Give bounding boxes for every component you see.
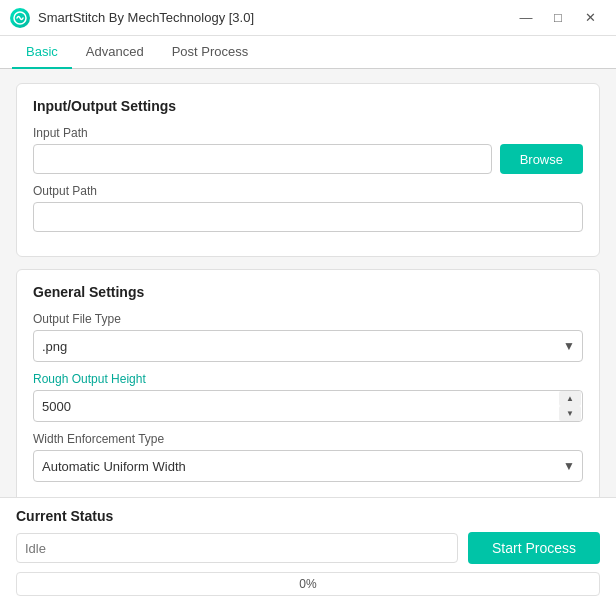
maximize-button[interactable]: □ [542, 6, 574, 30]
tab-basic[interactable]: Basic [12, 36, 72, 69]
input-output-title: Input/Output Settings [33, 98, 583, 114]
output-file-type-select[interactable]: .png .jpg .webp [33, 330, 583, 362]
title-bar: SmartStitch By MechTechnology [3.0] — □ … [0, 0, 616, 36]
rough-output-height-spinbox: ▲ ▼ [33, 390, 583, 422]
window-controls: — □ ✕ [510, 6, 606, 30]
progress-bar-container: 0% [16, 572, 600, 596]
spinbox-down-button[interactable]: ▼ [559, 406, 581, 421]
output-path-row [33, 202, 583, 232]
start-process-button[interactable]: Start Process [468, 532, 600, 564]
tab-bar: Basic Advanced Post Process [0, 36, 616, 69]
main-content: Input/Output Settings Input Path Browse … [0, 69, 616, 497]
spinbox-up-button[interactable]: ▲ [559, 391, 581, 406]
width-enforcement-group: Width Enforcement Type Automatic Uniform… [33, 432, 583, 482]
width-enforcement-wrapper: Automatic Uniform Width Manual Width No … [33, 450, 583, 482]
rough-output-height-input[interactable] [33, 390, 583, 422]
general-settings-section: General Settings Output File Type .png .… [16, 269, 600, 497]
width-enforcement-select[interactable]: Automatic Uniform Width Manual Width No … [33, 450, 583, 482]
status-bar: Current Status Start Process 0% [0, 497, 616, 606]
browse-input-button[interactable]: Browse [500, 144, 583, 174]
output-file-type-group: Output File Type .png .jpg .webp ▼ [33, 312, 583, 362]
input-path-label: Input Path [33, 126, 583, 140]
status-title: Current Status [16, 508, 600, 524]
general-settings-title: General Settings [33, 284, 583, 300]
spinbox-controls: ▲ ▼ [559, 391, 581, 421]
input-output-section: Input/Output Settings Input Path Browse … [16, 83, 600, 257]
input-path-row: Browse [33, 144, 583, 174]
tab-post-process[interactable]: Post Process [158, 36, 263, 69]
rough-output-height-group: Rough Output Height ▲ ▼ [33, 372, 583, 422]
window-title: SmartStitch By MechTechnology [3.0] [38, 10, 510, 25]
output-file-type-wrapper: .png .jpg .webp ▼ [33, 330, 583, 362]
status-idle-field [16, 533, 458, 563]
app-icon [10, 8, 30, 28]
close-button[interactable]: ✕ [574, 6, 606, 30]
progress-text: 0% [299, 577, 316, 591]
output-path-label: Output Path [33, 184, 583, 198]
output-file-type-label: Output File Type [33, 312, 583, 326]
output-path-field[interactable] [33, 202, 583, 232]
tab-advanced[interactable]: Advanced [72, 36, 158, 69]
status-row: Start Process [16, 532, 600, 564]
input-path-group: Input Path Browse [33, 126, 583, 174]
output-path-group: Output Path [33, 184, 583, 232]
rough-output-height-label: Rough Output Height [33, 372, 583, 386]
minimize-button[interactable]: — [510, 6, 542, 30]
input-path-field[interactable] [33, 144, 492, 174]
width-enforcement-label: Width Enforcement Type [33, 432, 583, 446]
